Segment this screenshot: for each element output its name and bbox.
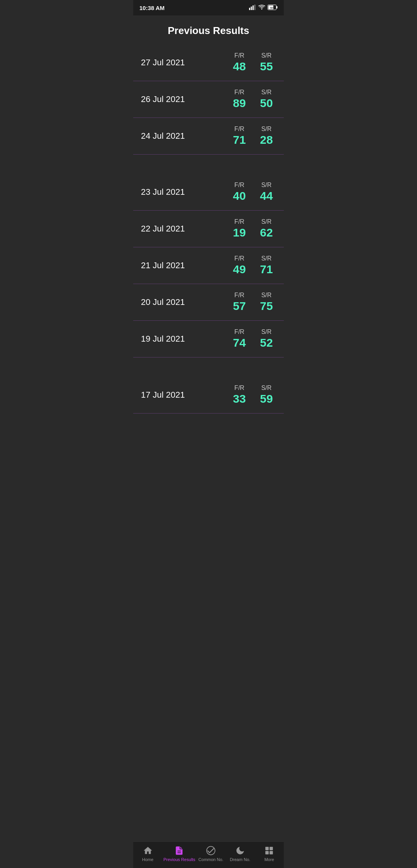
result-item[interactable]: 23 Jul 2021 F/R 40 S/R 44 bbox=[133, 174, 284, 211]
nav-label-dream-no: Dream No. bbox=[230, 857, 250, 862]
page-title: Previous Results bbox=[133, 15, 284, 44]
result-numbers: F/R 49 S/R 71 bbox=[230, 255, 276, 276]
sr-value: 55 bbox=[260, 60, 273, 73]
result-sr-col: S/R 28 bbox=[257, 126, 276, 146]
fr-label: F/R bbox=[234, 218, 244, 225]
svg-rect-3 bbox=[254, 5, 256, 10]
spacer bbox=[133, 357, 284, 377]
svg-text:57: 57 bbox=[270, 7, 273, 9]
result-fr-col: F/R 49 bbox=[230, 255, 249, 276]
result-date: 21 Jul 2021 bbox=[141, 260, 185, 271]
result-sr-col: S/R 44 bbox=[257, 182, 276, 203]
result-item[interactable]: 24 Jul 2021 F/R 71 S/R 28 bbox=[133, 118, 284, 155]
svg-rect-12 bbox=[265, 847, 269, 850]
result-item[interactable]: 26 Jul 2021 F/R 89 S/R 50 bbox=[133, 81, 284, 118]
sr-label: S/R bbox=[261, 182, 272, 189]
svg-rect-1 bbox=[251, 7, 252, 10]
result-fr-col: F/R 89 bbox=[230, 89, 249, 110]
sr-label: S/R bbox=[261, 126, 272, 133]
result-sr-col: S/R 59 bbox=[257, 385, 276, 405]
fr-value: 74 bbox=[233, 336, 246, 349]
fr-value: 71 bbox=[233, 133, 246, 146]
sr-value: 28 bbox=[260, 133, 273, 146]
result-numbers: F/R 89 S/R 50 bbox=[230, 89, 276, 110]
fr-value: 33 bbox=[233, 392, 246, 405]
result-sr-col: S/R 55 bbox=[257, 52, 276, 73]
result-numbers: F/R 40 S/R 44 bbox=[230, 182, 276, 203]
result-item[interactable]: 22 Jul 2021 F/R 19 S/R 62 bbox=[133, 211, 284, 247]
sr-value: 59 bbox=[260, 392, 273, 405]
result-numbers: F/R 19 S/R 62 bbox=[230, 218, 276, 239]
fr-label: F/R bbox=[234, 126, 244, 133]
nav-label-home: Home bbox=[142, 857, 153, 862]
result-item[interactable]: 17 Jul 2021 F/R 33 S/R 59 bbox=[133, 377, 284, 414]
result-date: 24 Jul 2021 bbox=[141, 131, 185, 141]
nav-label-more: More bbox=[264, 857, 274, 862]
sr-value: 71 bbox=[260, 263, 273, 276]
sr-label: S/R bbox=[261, 218, 272, 225]
svg-rect-2 bbox=[253, 5, 254, 10]
svg-rect-6 bbox=[276, 6, 278, 9]
nav-item-dream-no[interactable]: Dream No. bbox=[227, 846, 254, 862]
result-numbers: F/R 48 S/R 55 bbox=[230, 52, 276, 73]
fr-value: 40 bbox=[233, 189, 246, 203]
more-icon bbox=[264, 846, 274, 856]
wifi-icon bbox=[258, 5, 265, 11]
result-sr-col: S/R 71 bbox=[257, 255, 276, 276]
home-icon bbox=[143, 846, 153, 856]
result-numbers: F/R 57 S/R 75 bbox=[230, 292, 276, 313]
svg-rect-13 bbox=[270, 847, 273, 850]
bottom-nav: Home Previous Results Common No. Dream N… bbox=[133, 841, 284, 868]
result-fr-col: F/R 48 bbox=[230, 52, 249, 73]
result-numbers: F/R 33 S/R 59 bbox=[230, 385, 276, 405]
sr-label: S/R bbox=[261, 328, 272, 335]
fr-label: F/R bbox=[234, 255, 244, 262]
fr-label: F/R bbox=[234, 182, 244, 189]
result-item[interactable]: 20 Jul 2021 F/R 57 S/R 75 bbox=[133, 284, 284, 321]
nav-item-home[interactable]: Home bbox=[134, 846, 161, 862]
fr-label: F/R bbox=[234, 292, 244, 299]
result-date: 23 Jul 2021 bbox=[141, 187, 185, 197]
result-fr-col: F/R 57 bbox=[230, 292, 249, 313]
result-date: 19 Jul 2021 bbox=[141, 334, 185, 344]
result-item[interactable]: 27 Jul 2021 F/R 48 S/R 55 bbox=[133, 44, 284, 81]
fr-label: F/R bbox=[234, 385, 244, 391]
sr-value: 62 bbox=[260, 226, 273, 239]
spacer bbox=[133, 155, 284, 174]
result-sr-col: S/R 62 bbox=[257, 218, 276, 239]
fr-label: F/R bbox=[234, 328, 244, 335]
fr-value: 57 bbox=[233, 300, 246, 313]
result-item[interactable]: 19 Jul 2021 F/R 74 S/R 52 bbox=[133, 321, 284, 357]
result-item[interactable]: 21 Jul 2021 F/R 49 S/R 71 bbox=[133, 247, 284, 284]
fr-value: 49 bbox=[233, 263, 246, 276]
fr-label: F/R bbox=[234, 52, 244, 59]
svg-point-4 bbox=[261, 9, 262, 9]
svg-rect-14 bbox=[265, 851, 269, 854]
common-no-icon bbox=[206, 846, 216, 856]
svg-rect-0 bbox=[249, 8, 250, 10]
nav-label-common-no: Common No. bbox=[198, 857, 224, 862]
result-fr-col: F/R 40 bbox=[230, 182, 249, 203]
sr-value: 44 bbox=[260, 189, 273, 203]
nav-item-previous-results[interactable]: Previous Results bbox=[163, 846, 195, 862]
sr-label: S/R bbox=[261, 255, 272, 262]
dream-no-icon bbox=[235, 846, 245, 856]
result-date: 26 Jul 2021 bbox=[141, 94, 185, 104]
nav-item-more[interactable]: More bbox=[256, 846, 283, 862]
result-fr-col: F/R 19 bbox=[230, 218, 249, 239]
sr-value: 50 bbox=[260, 97, 273, 110]
status-icons: 57 bbox=[249, 5, 278, 11]
fr-value: 19 bbox=[233, 226, 246, 239]
result-fr-col: F/R 33 bbox=[230, 385, 249, 405]
fr-value: 48 bbox=[233, 60, 246, 73]
result-date: 17 Jul 2021 bbox=[141, 390, 185, 400]
nav-label-previous-results: Previous Results bbox=[163, 857, 195, 862]
nav-item-common-no[interactable]: Common No. bbox=[197, 846, 224, 862]
sr-value: 75 bbox=[260, 300, 273, 313]
result-date: 20 Jul 2021 bbox=[141, 297, 185, 307]
result-sr-col: S/R 50 bbox=[257, 89, 276, 110]
sr-label: S/R bbox=[261, 89, 272, 96]
result-fr-col: F/R 71 bbox=[230, 126, 249, 146]
fr-value: 89 bbox=[233, 97, 246, 110]
result-date: 27 Jul 2021 bbox=[141, 58, 185, 68]
